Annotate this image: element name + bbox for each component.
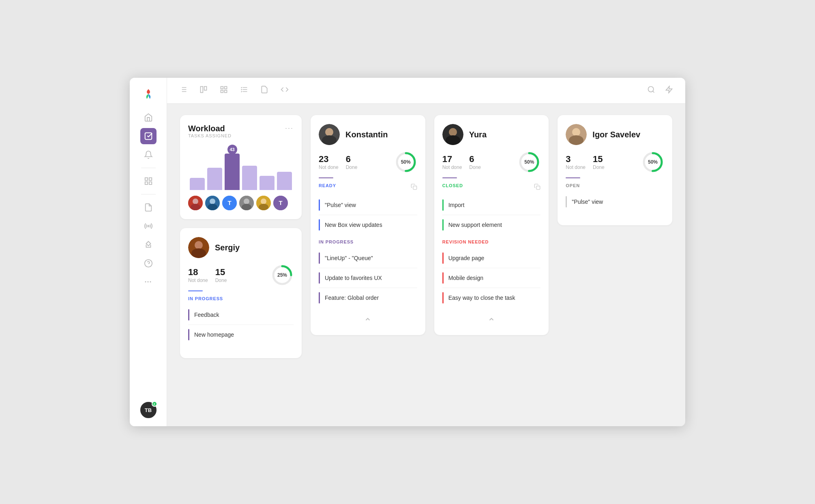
task-item-lineup[interactable]: "LineUp" - "Queue": [319, 248, 417, 268]
task-bar: [442, 252, 444, 264]
task-item-mobile-design[interactable]: Mobile design: [442, 268, 541, 288]
bar-6: [277, 172, 292, 190]
konstantin-divider: [319, 177, 333, 178]
search-icon[interactable]: [645, 83, 658, 98]
sergiy-header: Sergiy: [188, 237, 294, 258]
konstantin-collapse-button[interactable]: [319, 312, 417, 326]
sergiy-progress-ring: 25%: [271, 264, 294, 286]
yura-section2-label: REVISION NEEDED: [442, 239, 541, 244]
sergiy-done: 15: [215, 267, 227, 278]
sergiy-in-progress-section: IN PROGRESS Feedback New homepage: [188, 296, 294, 344]
svg-point-49: [325, 128, 333, 136]
sergiy-stats: 18 Not done 15 Done: [188, 264, 294, 286]
user-avatar-badge[interactable]: TB 2: [139, 401, 157, 419]
svg-rect-18: [225, 87, 227, 89]
svg-rect-15: [201, 87, 203, 93]
svg-line-25: [653, 91, 654, 93]
svg-rect-5: [149, 182, 151, 184]
svg-point-28: [193, 199, 198, 204]
bar-2: [207, 168, 222, 190]
konstantin-progress-label: 50%: [401, 159, 411, 165]
konstantin-ready-section: READY "Pulse" view New Box view updates: [319, 183, 417, 235]
svg-rect-20: [225, 90, 227, 93]
task-item-feedback[interactable]: Feedback: [188, 305, 294, 325]
main-area: Workload TASKS ASSIGNED ··· 43: [167, 78, 685, 426]
bar-4: [242, 166, 257, 190]
task-item-import[interactable]: Import: [442, 195, 541, 215]
svg-rect-53: [413, 186, 417, 190]
igor-header: Igor Savelev: [566, 124, 664, 145]
workload-more-button[interactable]: ···: [285, 124, 294, 132]
konstantin-card: Konstantin 23 Not done 6 Done: [311, 115, 425, 335]
task-item-pulse-view-igor[interactable]: "Pulse" view: [566, 192, 664, 211]
workload-title: Workload: [188, 124, 232, 133]
app-logo[interactable]: [139, 85, 157, 103]
list-view-icon[interactable]: [177, 83, 190, 98]
task-bar: [319, 199, 320, 211]
svg-rect-59: [536, 186, 540, 190]
task-item-favorites-ux[interactable]: Update to favorites UX: [319, 268, 417, 288]
sidebar-item-more[interactable]: ···: [140, 274, 157, 290]
workload-avatar-3[interactable]: T: [222, 196, 237, 210]
workload-avatar-5[interactable]: [256, 196, 271, 210]
konstantin-name: Konstantin: [345, 130, 388, 139]
task-item-upgrade-page[interactable]: Upgrade page: [442, 248, 541, 268]
yura-collapse-button[interactable]: [442, 312, 541, 326]
sidebar-item-help[interactable]: [140, 255, 157, 271]
sidebar-item-notifications[interactable]: [140, 147, 157, 163]
task-item-global-order[interactable]: Feature: Global order: [319, 288, 417, 308]
svg-point-6: [148, 225, 149, 227]
igor-progress-ring: 50%: [641, 151, 664, 173]
task-item-pulse-view-k[interactable]: "Pulse" view: [319, 195, 417, 215]
task-item-close-task[interactable]: Easy way to close the task: [442, 288, 541, 308]
workload-avatar-4[interactable]: [239, 196, 254, 210]
sergiy-progress-label: 25%: [277, 272, 287, 278]
board-view-icon[interactable]: [197, 83, 210, 98]
task-item-new-support[interactable]: New support element: [442, 215, 541, 235]
yura-revision-section: REVISION NEEDED Upgrade page Mobile desi…: [442, 239, 541, 308]
copy-icon-ready[interactable]: [411, 184, 417, 192]
grid-view-icon[interactable]: [217, 83, 230, 98]
svg-point-32: [208, 204, 217, 210]
task-bar: [566, 196, 567, 207]
igor-section-label: OPEN: [566, 183, 664, 188]
sidebar-item-goals[interactable]: [140, 237, 157, 253]
svg-point-62: [569, 135, 583, 145]
svg-point-29: [191, 204, 200, 210]
svg-point-36: [244, 199, 249, 204]
yura-progress-ring: 50%: [518, 151, 540, 173]
copy-icon-closed[interactable]: [534, 184, 540, 192]
sergiy-card: Sergiy 18 Not done 15 Done: [180, 228, 302, 358]
svg-point-24: [648, 87, 654, 92]
sergiy-section-label: IN PROGRESS: [188, 296, 294, 301]
konstantin-progress-ring: 50%: [395, 151, 417, 173]
task-item-new-homepage[interactable]: New homepage: [188, 325, 294, 344]
svg-point-44: [195, 241, 203, 249]
workload-avatar-6[interactable]: T: [273, 196, 288, 210]
workload-avatar-1[interactable]: [188, 196, 203, 210]
sidebar-item-tasks[interactable]: [140, 128, 157, 144]
code-view-icon[interactable]: [278, 83, 291, 98]
yura-avatar: [442, 124, 463, 145]
task-item-new-box-view[interactable]: New Box view updates: [319, 215, 417, 235]
sidebar-item-apps[interactable]: [140, 173, 157, 189]
checklist-view-icon[interactable]: [238, 83, 251, 98]
lightning-icon[interactable]: [663, 83, 676, 98]
svg-rect-19: [221, 90, 223, 93]
sidebar-item-pulse[interactable]: [140, 218, 157, 234]
yura-divider: [442, 177, 457, 178]
workload-avatar-2[interactable]: [205, 196, 220, 210]
bar-3: 43: [225, 154, 240, 190]
svg-text:T: T: [279, 199, 282, 206]
svg-rect-17: [221, 87, 223, 89]
workload-card: Workload TASKS ASSIGNED ··· 43: [180, 115, 302, 219]
sidebar-bottom: TB 2: [139, 401, 157, 419]
sidebar-item-home[interactable]: [140, 109, 157, 126]
doc-view-icon[interactable]: [258, 83, 271, 98]
bar-1: [190, 178, 205, 190]
cards-grid: Workload TASKS ASSIGNED ··· 43: [180, 115, 672, 358]
sidebar: ··· TB 2: [130, 78, 167, 426]
workload-avatars: T T: [188, 196, 294, 210]
sidebar-item-docs[interactable]: [140, 199, 157, 216]
content-area: Workload TASKS ASSIGNED ··· 43: [167, 104, 685, 426]
